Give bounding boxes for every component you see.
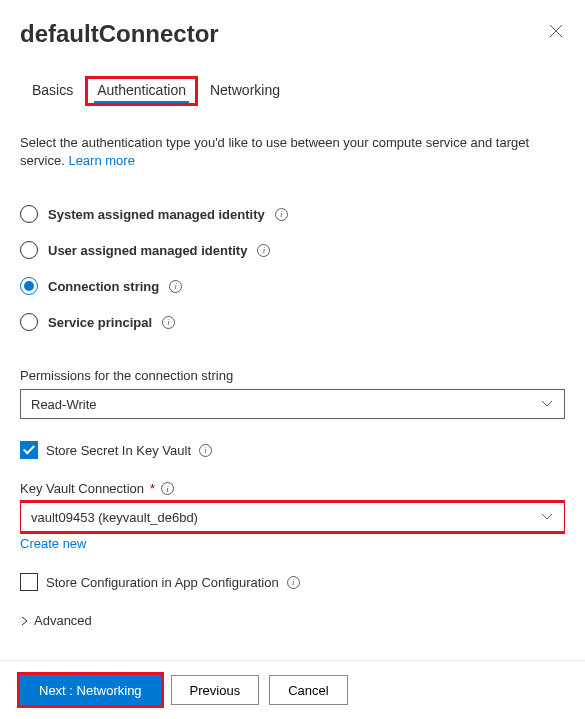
page-title: defaultConnector xyxy=(20,20,219,48)
chevron-down-icon xyxy=(540,513,554,521)
radio-icon xyxy=(20,277,38,295)
radio-label: Service principal xyxy=(48,315,152,330)
cancel-button[interactable]: Cancel xyxy=(269,675,347,705)
permissions-select[interactable]: Read-Write xyxy=(20,389,565,419)
info-icon[interactable]: i xyxy=(287,576,300,589)
keyvault-select[interactable]: vault09453 (keyvault_de6bd) xyxy=(20,502,565,532)
description-text: Select the authentication type you'd lik… xyxy=(20,134,565,170)
chevron-right-icon xyxy=(20,616,30,626)
info-icon[interactable]: i xyxy=(161,482,174,495)
radio-user-identity[interactable]: User assigned managed identity i xyxy=(20,232,565,268)
store-secret-label: Store Secret In Key Vault xyxy=(46,443,191,458)
checkbox-icon xyxy=(20,573,38,591)
chevron-down-icon xyxy=(540,400,554,408)
tab-authentication[interactable]: Authentication xyxy=(85,76,198,106)
info-icon[interactable]: i xyxy=(162,316,175,329)
info-icon[interactable]: i xyxy=(275,208,288,221)
permissions-value: Read-Write xyxy=(31,397,97,412)
store-secret-checkbox-row[interactable]: Store Secret In Key Vault i xyxy=(20,441,565,459)
radio-label: User assigned managed identity xyxy=(48,243,247,258)
radio-icon xyxy=(20,205,38,223)
footer-bar: Next : Networking Previous Cancel xyxy=(0,660,585,719)
keyvault-label-text: Key Vault Connection xyxy=(20,481,144,496)
info-icon[interactable]: i xyxy=(199,444,212,457)
radio-icon xyxy=(20,313,38,331)
info-icon[interactable]: i xyxy=(169,280,182,293)
radio-icon xyxy=(20,241,38,259)
required-asterisk: * xyxy=(150,481,155,496)
learn-more-link[interactable]: Learn more xyxy=(68,153,134,168)
radio-label: System assigned managed identity xyxy=(48,207,265,222)
auth-type-radio-group: System assigned managed identity i User … xyxy=(20,196,565,340)
advanced-toggle[interactable]: Advanced xyxy=(20,613,565,628)
tab-networking[interactable]: Networking xyxy=(198,76,292,106)
keyvault-label: Key Vault Connection * i xyxy=(20,481,565,496)
close-icon xyxy=(549,24,563,38)
radio-connection-string[interactable]: Connection string i xyxy=(20,268,565,304)
previous-button[interactable]: Previous xyxy=(171,675,260,705)
keyvault-value: vault09453 (keyvault_de6bd) xyxy=(31,510,198,525)
store-appconfig-checkbox-row[interactable]: Store Configuration in App Configuration… xyxy=(20,573,565,591)
next-button[interactable]: Next : Networking xyxy=(20,675,161,705)
info-icon[interactable]: i xyxy=(257,244,270,257)
radio-service-principal[interactable]: Service principal i xyxy=(20,304,565,340)
permissions-label: Permissions for the connection string xyxy=(20,368,565,383)
radio-system-identity[interactable]: System assigned managed identity i xyxy=(20,196,565,232)
store-appconfig-label: Store Configuration in App Configuration xyxy=(46,575,279,590)
advanced-label: Advanced xyxy=(34,613,92,628)
checkbox-icon xyxy=(20,441,38,459)
radio-label: Connection string xyxy=(48,279,159,294)
tab-bar: Basics Authentication Networking xyxy=(20,76,565,106)
tab-basics[interactable]: Basics xyxy=(20,76,85,106)
close-button[interactable] xyxy=(549,24,565,40)
create-new-link[interactable]: Create new xyxy=(20,536,565,551)
